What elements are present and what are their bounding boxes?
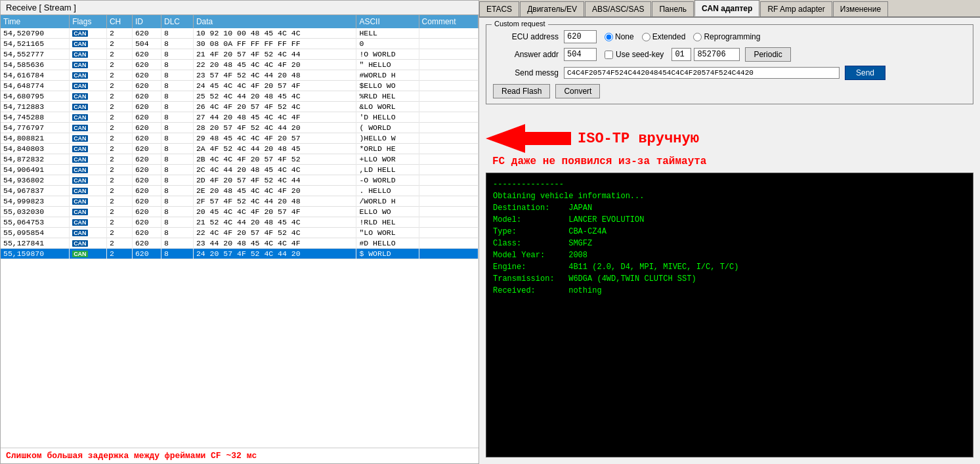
radio-reprogramming-input[interactable] <box>693 33 702 41</box>
cell-ascii: $ WORLD <box>356 249 419 259</box>
radio-reprogramming-label: Reprogramming <box>704 32 760 41</box>
cell-dlc: 8 <box>161 91 193 102</box>
right-panel: ETACSДвигатель/EVABS/ASC/SASПанельCAN ад… <box>479 0 980 464</box>
cell-flags: CAN <box>70 123 107 133</box>
table-row[interactable]: 54,616784CAN2620823 57 4F 52 4C 44 20 48… <box>1 70 479 81</box>
use-seed-key-checkbox[interactable] <box>605 51 613 59</box>
cell-flags: CAN <box>70 91 107 102</box>
cell-data: 27 44 20 48 45 4C 4C 4F <box>193 112 356 123</box>
cell-comment <box>419 123 478 133</box>
terminal-line: Received: nothing <box>493 285 966 297</box>
can-badge: CAN <box>72 83 88 89</box>
cell-ch: 2 <box>106 91 132 102</box>
seed-key-input2[interactable] <box>694 48 740 61</box>
cell-ch: 2 <box>106 249 132 259</box>
table-row[interactable]: 54,776797CAN2620828 20 57 4F 52 4C 44 20… <box>1 123 479 133</box>
cell-time: 55,159870 <box>1 249 70 259</box>
table-row[interactable]: 55,127841CAN2620823 44 20 48 45 4C 4C 4F… <box>1 238 479 249</box>
arrow-svg <box>486 124 571 153</box>
radio-reprogramming[interactable]: Reprogramming <box>693 32 760 41</box>
table-row[interactable]: 54,967837CAN262082E 20 48 45 4C 4C 4F 20… <box>1 186 479 196</box>
col-time: Time <box>1 15 70 28</box>
cell-data: 21 4F 20 57 4F 52 4C 44 <box>193 49 356 60</box>
table-row[interactable]: 55,159870CAN2620824 20 57 4F 52 4C 44 20… <box>1 249 479 259</box>
table-row[interactable]: 55,032030CAN2620820 45 4C 4C 4F 20 57 4F… <box>1 207 479 217</box>
answer-addr-input[interactable] <box>564 48 597 61</box>
convert-button[interactable]: Convert <box>555 84 600 98</box>
table-row[interactable]: 54,712883CAN2620826 4C 4F 20 57 4F 52 4C… <box>1 102 479 112</box>
cell-id: 620 <box>132 228 161 238</box>
terminal-line: Model: LANCER EVOLUTION <box>493 214 966 226</box>
tab-canадаптер[interactable]: CAN адаптер <box>694 0 759 16</box>
ecu-address-input[interactable] <box>564 30 597 43</box>
read-flash-button[interactable]: Read Flash <box>493 84 550 98</box>
cell-time: 54,521165 <box>1 39 70 49</box>
table-row[interactable]: 54,745288CAN2620827 44 20 48 45 4C 4C 4F… <box>1 112 479 123</box>
col-ascii: ASCII <box>356 15 419 28</box>
cell-dlc: 8 <box>161 70 193 81</box>
cell-comment <box>419 154 478 165</box>
table-row[interactable]: 54,680795CAN2620825 52 4C 44 20 48 45 4C… <box>1 91 479 102</box>
send-messg-input[interactable] <box>564 67 840 79</box>
tab-изменение[interactable]: Изменение <box>833 1 888 16</box>
cell-flags: CAN <box>70 196 107 207</box>
table-row[interactable]: 54,840803CAN262082A 4F 52 4C 44 20 48 45… <box>1 144 479 154</box>
cell-dlc: 8 <box>161 133 193 144</box>
col-comment: Comment <box>419 15 478 28</box>
cell-data: 21 52 4C 44 20 48 45 4C <box>193 217 356 228</box>
table-row[interactable]: 54,585636CAN2620822 20 48 45 4C 4C 4F 20… <box>1 60 479 70</box>
table-row[interactable]: 54,999823CAN262082F 57 4F 52 4C 44 20 48… <box>1 196 479 207</box>
table-row[interactable]: 54,552777CAN2620821 4F 20 57 4F 52 4C 44… <box>1 49 479 60</box>
cell-flags: CAN <box>70 28 107 39</box>
cell-ascii: #WORLD H <box>356 70 419 81</box>
tab-etacs[interactable]: ETACS <box>479 1 519 16</box>
cell-data: 24 45 4C 4C 4F 20 57 4F <box>193 81 356 91</box>
table-row[interactable]: 55,095854CAN2620822 4C 4F 20 57 4F 52 4C… <box>1 228 479 238</box>
cell-id: 620 <box>132 196 161 207</box>
table-row[interactable]: 54,936802CAN262082D 4F 20 57 4F 52 4C 44… <box>1 175 479 186</box>
cell-data: 2C 4C 44 20 48 45 4C 4C <box>193 165 356 175</box>
cell-ch: 2 <box>106 228 132 238</box>
table-row[interactable]: 54,648774CAN2620824 45 4C 4C 4F 20 57 4F… <box>1 81 479 91</box>
can-table-container[interactable]: Time Flags CH ID DLC Data ASCII Comment … <box>1 15 479 448</box>
cell-time: 54,552777 <box>1 49 70 60</box>
cell-ascii: /WORLD H <box>356 196 419 207</box>
cell-flags: CAN <box>70 228 107 238</box>
svg-marker-0 <box>486 124 571 153</box>
tab-rfampadapter[interactable]: RF Amp adapter <box>760 1 832 16</box>
cell-time: 54,936802 <box>1 175 70 186</box>
col-id: ID <box>132 15 161 28</box>
cell-data: 22 4C 4F 20 57 4F 52 4C <box>193 228 356 238</box>
cell-ascii: )HELLO W <box>356 133 419 144</box>
periodic-button[interactable]: Periodic <box>745 47 790 62</box>
tab-abs/asc/sas[interactable]: ABS/ASC/SAS <box>585 1 651 16</box>
table-row[interactable]: 54,520790CAN2620810 92 10 00 48 45 4C 4C… <box>1 28 479 39</box>
seed-key-input1[interactable] <box>671 48 691 61</box>
radio-none-input[interactable] <box>605 33 613 41</box>
radio-extended-input[interactable] <box>642 33 650 41</box>
can-badge: CAN <box>72 93 88 100</box>
cell-ch: 2 <box>106 60 132 70</box>
terminal-line: Model Year: 2008 <box>493 249 966 261</box>
use-seed-key-checkbox-group[interactable]: Use seed-key <box>605 50 664 59</box>
tab-двигатель/ev[interactable]: Двигатель/EV <box>520 1 584 16</box>
radio-none[interactable]: None <box>605 32 634 41</box>
cell-comment <box>419 249 478 259</box>
tab-панель[interactable]: Панель <box>652 1 693 16</box>
terminal-line: Obtaining vehicle information... <box>493 190 966 202</box>
table-row[interactable]: 54,872832CAN262082B 4C 4C 4F 20 57 4F 52… <box>1 154 479 165</box>
annotation-sub-row: FC даже не появился из-за таймаута <box>486 156 706 167</box>
cell-data: 22 20 48 45 4C 4C 4F 20 <box>193 60 356 70</box>
table-row[interactable]: 54,808821CAN2620829 48 45 4C 4C 4F 20 57… <box>1 133 479 144</box>
cell-dlc: 8 <box>161 249 193 259</box>
use-seed-key-label: Use seed-key <box>616 50 664 59</box>
table-row[interactable]: 54,521165CAN2504830 08 0A FF FF FF FF FF… <box>1 39 479 49</box>
cell-flags: CAN <box>70 154 107 165</box>
table-row[interactable]: 54,906491CAN262082C 4C 44 20 48 45 4C 4C… <box>1 165 479 175</box>
send-button[interactable]: Send <box>845 66 885 80</box>
table-row[interactable]: 55,064753CAN2620821 52 4C 44 20 48 45 4C… <box>1 217 479 228</box>
cell-ascii: "LO WORL <box>356 228 419 238</box>
radio-extended[interactable]: Extended <box>642 32 686 41</box>
cell-ascii: ,LD HELL <box>356 165 419 175</box>
col-dlc: DLC <box>161 15 193 28</box>
